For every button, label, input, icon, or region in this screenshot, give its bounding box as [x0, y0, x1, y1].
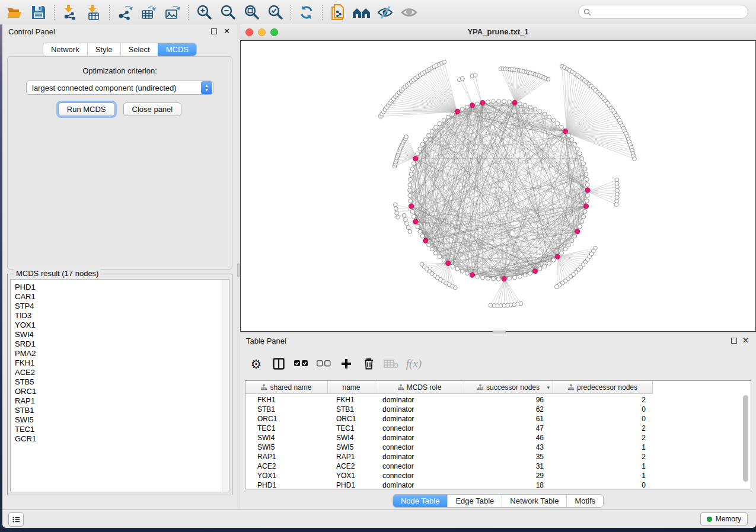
table-row[interactable]: STB1STB1dominator620: [245, 405, 751, 414]
minimize-window-icon[interactable]: [258, 28, 266, 36]
show-columns-button[interactable]: [267, 354, 290, 374]
function-builder-button[interactable]: f(x): [403, 354, 425, 374]
column-header-MCDS-role[interactable]: MCDS role: [375, 381, 464, 393]
float-panel-icon[interactable]: [731, 338, 737, 344]
refresh-view-button[interactable]: [296, 3, 317, 22]
table-cell: ORC1: [328, 414, 375, 424]
table-row[interactable]: SWI4SWI4dominator462: [245, 433, 751, 443]
unchecked-boxes-icon: [317, 360, 331, 367]
close-panel-icon[interactable]: ✕: [224, 27, 230, 36]
maximize-window-icon[interactable]: [270, 28, 278, 36]
mcds-result-item[interactable]: TID3: [11, 311, 229, 321]
save-session-button[interactable]: [28, 3, 49, 22]
mcds-result-item[interactable]: SWI5: [11, 415, 229, 425]
tab-motifs[interactable]: Motifs: [566, 495, 603, 507]
column-header-shared-name[interactable]: shared name: [245, 381, 328, 393]
table-row[interactable]: SWI5SWI5connector431: [245, 443, 751, 452]
zoom-in-button[interactable]: [194, 3, 214, 22]
close-panel-icon[interactable]: ✕: [742, 336, 749, 345]
close-panel-button[interactable]: Close panel: [123, 102, 182, 116]
window-controls: [245, 28, 278, 36]
mcds-result-item[interactable]: CAR1: [11, 292, 229, 302]
table-row[interactable]: YOX1YOX1connector291: [245, 471, 751, 480]
table-row[interactable]: PHD1PHD1dominator180: [245, 480, 751, 490]
result-list-scrollbar[interactable]: [222, 280, 229, 492]
table-cell: 2: [553, 433, 653, 443]
tab-network[interactable]: Network: [43, 43, 87, 56]
zoom-fit-button[interactable]: [241, 3, 261, 22]
node-table[interactable]: shared namenameMCDS rolesuccessor nodes▾…: [245, 380, 751, 489]
mcds-result-item[interactable]: FKH1: [11, 358, 229, 368]
delete-table-button[interactable]: [380, 354, 403, 374]
zoom-selected-button[interactable]: [265, 3, 285, 22]
mcds-result-item[interactable]: GCR1: [11, 434, 229, 444]
search-input[interactable]: [594, 7, 743, 17]
select-all-columns-button[interactable]: [290, 354, 312, 374]
table-settings-button[interactable]: ⚙: [245, 354, 267, 374]
mcds-result-item[interactable]: PHD1: [11, 283, 229, 292]
mcds-result-list[interactable]: PHD1CAR1STP4TID3YOX1SWI4SRD1PMA2FKH1ACE2…: [10, 279, 229, 492]
table-cell: RAP1: [245, 452, 328, 462]
float-panel-icon[interactable]: [211, 28, 217, 34]
table-cell: PHD1: [328, 480, 375, 490]
tab-network-table[interactable]: Network Table: [502, 495, 566, 507]
mcds-result-item[interactable]: SWI4: [11, 330, 229, 339]
tab-mcds[interactable]: MCDS: [158, 43, 196, 56]
mcds-result-item[interactable]: ORC1: [11, 387, 229, 396]
new-network-from-selection-button[interactable]: [328, 3, 348, 22]
fx-icon: f(x): [406, 357, 422, 370]
tab-style[interactable]: Style: [87, 43, 120, 56]
mcds-result-item[interactable]: YOX1: [11, 321, 229, 330]
network-view[interactable]: [240, 40, 756, 332]
mcds-result-item[interactable]: STB5: [11, 377, 229, 387]
table-row[interactable]: TEC1TEC1connector472: [245, 424, 751, 433]
table-row[interactable]: FKH1FKH1dominator962: [245, 395, 751, 405]
export-network-button[interactable]: [115, 3, 135, 22]
import-network-button[interactable]: [60, 3, 80, 22]
network-window-titlebar[interactable]: YPA_prune.txt_1: [240, 24, 756, 40]
show-all-button[interactable]: [399, 3, 419, 22]
mcds-result-item[interactable]: ACE2: [11, 368, 229, 377]
memory-button[interactable]: Memory: [700, 512, 748, 525]
mcds-result-item[interactable]: TEC1: [11, 425, 229, 434]
create-column-button[interactable]: [335, 354, 358, 374]
network-graph[interactable]: [241, 41, 755, 331]
column-header-predecessor-nodes[interactable]: predecessor nodes: [553, 381, 653, 393]
run-mcds-button[interactable]: Run MCDS: [58, 102, 115, 116]
export-image-icon: [164, 4, 181, 21]
zoom-out-button[interactable]: [218, 3, 238, 22]
table-row[interactable]: ACE2ACE2connector311: [245, 462, 751, 471]
unselect-all-columns-button[interactable]: [312, 354, 335, 374]
sort-indicator-icon[interactable]: ▾: [547, 384, 550, 390]
column-header-name[interactable]: name: [328, 381, 375, 393]
import-table-button[interactable]: [84, 3, 104, 22]
memory-status-icon: [707, 517, 712, 522]
control-panel-title: Control Panel: [8, 27, 55, 36]
table-cell: dominator: [375, 395, 464, 405]
table-cell: FKH1: [245, 395, 328, 405]
mcds-result-item[interactable]: RAP1: [11, 396, 229, 406]
open-file-button[interactable]: [5, 3, 25, 22]
hide-selected-button[interactable]: [375, 3, 395, 22]
mcds-result-item[interactable]: STB1: [11, 406, 229, 415]
table-cell: TEC1: [328, 424, 375, 433]
plus-icon: [340, 358, 352, 370]
task-history-button[interactable]: [8, 512, 24, 527]
table-row[interactable]: ORC1ORC1dominator610: [245, 414, 751, 424]
first-neighbors-button[interactable]: [352, 3, 372, 22]
table-row[interactable]: RAP1RAP1dominator352: [245, 452, 751, 462]
tab-edge-table[interactable]: Edge Table: [447, 495, 502, 507]
table-scrollbar[interactable]: [743, 395, 748, 482]
export-table-button[interactable]: [139, 3, 159, 22]
mcds-result-item[interactable]: STP4: [11, 302, 229, 311]
optimization-criterion-select[interactable]: largest connected component (undirected)…: [26, 81, 213, 95]
column-header-successor-nodes[interactable]: successor nodes▾: [464, 381, 553, 393]
mcds-result-item[interactable]: SRD1: [11, 339, 229, 349]
close-window-icon[interactable]: [245, 28, 253, 36]
main-toolbar: [0, 0, 756, 25]
tab-node-table[interactable]: Node Table: [393, 495, 448, 507]
mcds-result-item[interactable]: PMA2: [11, 349, 229, 358]
export-image-button[interactable]: [162, 3, 183, 22]
delete-column-button[interactable]: [358, 354, 380, 374]
tab-select[interactable]: Select: [120, 43, 158, 56]
